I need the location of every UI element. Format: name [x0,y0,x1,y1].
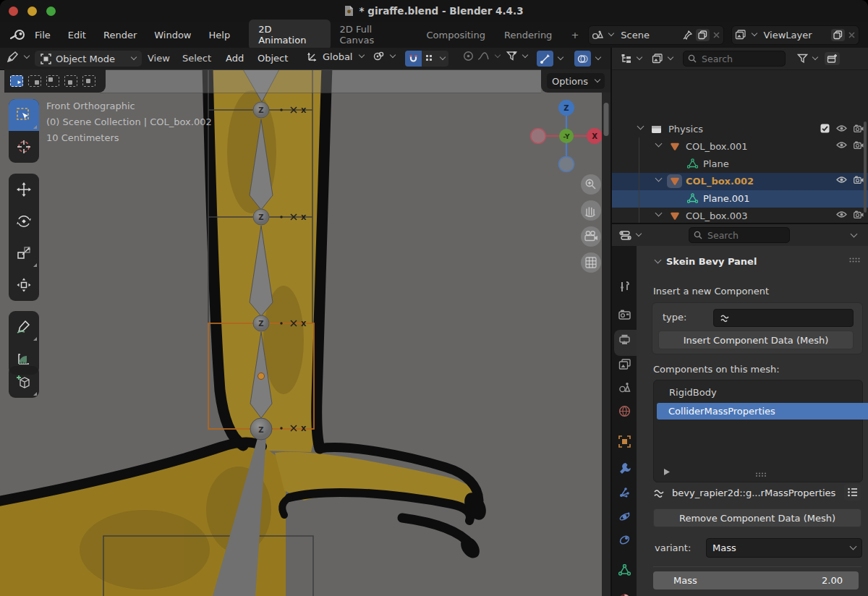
workspace-tab-rendering[interactable]: Rendering [495,25,561,45]
menu-help[interactable]: Help [200,25,239,45]
menu-render[interactable]: Render [95,25,145,45]
outliner-row-colbox-002-active[interactable]: COL_box.002 [612,173,868,190]
outliner-scrollbar-thumb[interactable] [864,122,867,213]
menu-window[interactable]: Window [145,25,200,45]
component-menu-button[interactable] [844,484,861,501]
tab-world-icon[interactable] [618,405,631,417]
hide-eye-icon[interactable] [836,176,847,184]
menu-edit[interactable]: Edit [59,25,95,45]
component-item-collidermassproperties-selected[interactable]: ColliderMassProperties [657,403,868,420]
outliner-row-plane-001-selected[interactable]: Plane.001 [612,190,868,208]
workspace-tab-compositing[interactable]: Compositing [417,25,495,45]
disable-render-camera-icon[interactable] [854,124,864,132]
disable-render-camera-icon[interactable] [854,141,864,149]
collection-checkbox[interactable] [820,124,830,133]
type-field[interactable] [713,309,854,327]
viewport-canvas[interactable]: Z Z Z Z X X X X Z X -Y [0,69,610,596]
tool-scale[interactable] [9,237,39,269]
unlink-scene-button[interactable] [712,31,720,39]
add-workspace-button[interactable]: + [561,25,588,45]
show-overlays-toggle[interactable] [574,51,591,67]
tool-cursor[interactable] [9,131,39,163]
pan-hand-button[interactable] [581,200,601,221]
select-mode-invert-button[interactable] [64,75,77,87]
select-mode-extend-button[interactable] [28,75,41,87]
properties-search-input[interactable] [706,229,781,242]
snap-settings-dropdown[interactable] [422,51,448,67]
gizmo-axis-x-neg[interactable] [531,129,546,144]
collapse-chevron-icon[interactable] [655,175,663,182]
hide-eye-icon[interactable] [836,141,847,149]
workspace-tab-2d-animation[interactable]: 2D Animation [249,20,330,50]
disable-render-camera-icon[interactable] [854,210,864,218]
hide-eye-icon[interactable] [836,210,847,218]
viewport-scrollbar-track[interactable] [602,69,610,596]
tab-particles-icon[interactable] [618,486,631,498]
tool-transform[interactable] [9,269,39,301]
proportional-edit-controls[interactable] [463,51,500,61]
grid-toggle-button[interactable] [581,252,601,273]
select-mode-new-button[interactable]: ▸ [10,75,23,87]
outliner-row-physics[interactable]: Physics [612,121,868,138]
new-collection-button[interactable] [825,52,840,65]
tool-move[interactable] [9,174,39,205]
panel-grip-icon[interactable] [849,257,861,263]
viewport-menu-view[interactable]: View [148,53,170,64]
list-expand-play-icon[interactable] [663,468,671,476]
component-item-rigidbody[interactable]: RigidBody [669,387,717,398]
tab-constraints-icon[interactable] [618,534,631,546]
properties-options-chevron-icon[interactable] [851,230,858,237]
outliner-row-plane[interactable]: Plane [612,156,868,173]
mode-dropdown[interactable]: Object Mode [35,51,142,67]
view-layer-browse-chevron-icon[interactable] [751,30,757,36]
tab-object-data-icon[interactable] [618,564,631,576]
list-resize-grip-icon[interactable] [755,472,768,477]
viewport-menu-add[interactable]: Add [226,53,244,64]
collapse-chevron-icon[interactable] [655,140,663,148]
hide-eye-icon[interactable] [836,124,847,132]
outliner-row-colbox-001[interactable]: COL_box.001 [612,138,868,156]
viewport-scrollbar-thumb[interactable] [604,103,609,136]
scene-selector[interactable]: Scene [588,25,723,45]
tab-view-layer-icon[interactable] [618,359,631,371]
editor-type-button[interactable] [6,51,29,64]
outliner-search[interactable] [683,51,786,67]
workspace-tab-2d-full-canvas[interactable]: 2D Full Canvas [331,20,417,50]
show-gizmo-toggle[interactable] [537,51,553,67]
select-mode-intersect-button[interactable] [82,75,95,87]
tab-output-icon[interactable] [618,334,631,346]
variant-dropdown[interactable]: Mass [706,538,862,558]
outliner-filter-dropdown[interactable] [797,54,817,64]
panel-header-skein-bevy[interactable]: Skein Bevy Panel [652,256,757,267]
tab-tool-icon[interactable] [618,281,631,293]
options-dropdown[interactable]: Options [547,73,605,89]
properties-editor-type-dropdown[interactable] [619,230,641,241]
outliner-filter-id-dropdown[interactable] [652,54,673,64]
snap-toggle-button[interactable] [405,51,422,67]
select-mode-subtract-button[interactable] [46,75,59,87]
zoom-button[interactable] [581,174,601,195]
disable-render-camera-icon[interactable] [854,176,864,184]
tab-material-icon[interactable] [618,593,631,596]
blender-logo-icon[interactable] [10,29,26,41]
scene-browse-chevron-icon[interactable] [608,30,614,36]
panel-collapse-chevron-icon[interactable] [655,257,662,264]
tab-scene-icon[interactable] [618,382,631,394]
scene-name[interactable]: Scene [616,30,679,41]
pin-icon[interactable] [683,30,693,40]
tab-render-icon[interactable] [618,310,631,322]
visibility-filter-dropdown[interactable] [506,51,527,61]
tab-physics-icon[interactable] [618,511,631,523]
remove-component-button[interactable]: Remove Component Data (Mesh) [653,508,861,527]
remove-view-layer-button[interactable] [848,31,856,39]
new-view-layer-button[interactable] [831,29,845,41]
viewport-menu-object[interactable]: Object [258,53,288,64]
tool-rotate[interactable] [9,205,39,237]
mass-value-slider[interactable]: Mass 2.00 [653,571,859,589]
gizmo-axis-z-neg[interactable] [559,157,574,172]
viewport-menu-select[interactable]: Select [182,53,211,64]
properties-search[interactable] [689,227,790,243]
tab-modifiers-icon[interactable] [618,461,631,474]
menu-file[interactable]: File [26,25,59,45]
view-layer-name[interactable]: ViewLayer [760,30,828,41]
